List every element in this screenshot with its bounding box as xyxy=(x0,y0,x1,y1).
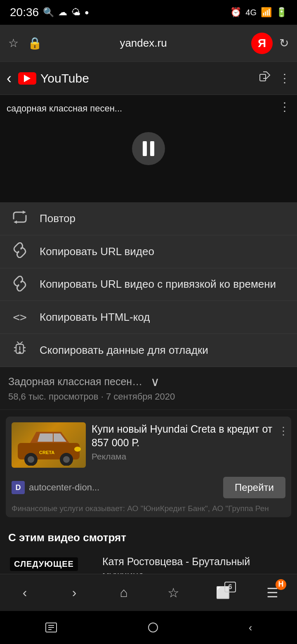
status-left: 20:36 🔍 ☁ 🌤 ● xyxy=(10,6,89,19)
video-date-separator: · xyxy=(101,391,106,402)
ad-title: Купи новый Hyundai Creta в кредит от 857… xyxy=(92,422,285,449)
status-right-icons: ⏰ 4G 📶 🔋 xyxy=(230,7,287,18)
ad-thumbnail: CRETA xyxy=(12,422,86,468)
svg-rect-19 xyxy=(148,623,158,632)
video-title-text: Задорная классная песенка!!! Дурале... xyxy=(8,376,146,388)
video-meta: 58,6 тыс. просмотров · 7 сентября 2020 xyxy=(8,391,289,402)
svg-point-2 xyxy=(19,351,21,354)
ad-card-wrapper: CRETA Купи новый Hyundai Creta в кредит … xyxy=(0,417,297,517)
svg-rect-0 xyxy=(260,74,266,81)
bookmark-icon[interactable]: ☆ xyxy=(8,36,19,50)
4g-icon: 4G xyxy=(245,8,257,17)
menu-item-repeat[interactable]: Повтор xyxy=(0,202,297,235)
nav-forward-button[interactable]: › xyxy=(58,578,91,607)
menu-item-copy-html[interactable]: <> Копировать HTML-код xyxy=(0,301,297,334)
debug-icon xyxy=(12,341,28,360)
menu-item-copy-html-text: Копировать HTML-код xyxy=(40,310,150,324)
svg-point-10 xyxy=(28,456,34,463)
section-watch-with: С этим видео смотрят xyxy=(0,524,297,549)
recents-button[interactable] xyxy=(45,622,57,633)
tabs-count-badge: 6 xyxy=(224,582,236,592)
youtube-logo-area: YouTube xyxy=(18,71,252,85)
nav-back-button[interactable]: ‹ xyxy=(8,578,41,607)
youtube-nav-bar: ‹ YouTube ⋮ xyxy=(0,62,297,95)
ad-go-button[interactable]: Перейти xyxy=(223,477,285,498)
share-icon[interactable] xyxy=(259,71,271,85)
context-menu: Повтор Копировать URL видео Копировать U… xyxy=(0,202,297,367)
cloud-icon: ☁ xyxy=(58,7,67,18)
video-area: садорная классная песен... ⋮ xyxy=(0,95,297,202)
menu-item-copy-url-time-text: Копировать URL видео с привязкой ко врем… xyxy=(40,277,276,291)
bottom-browser-nav: ‹ › ⌂ ☆ ⬜ 6 ☰ H xyxy=(0,574,297,611)
ad-disclaimer: Финансовые услуги оказывает: АО "ЮниКред… xyxy=(6,502,291,517)
link-icon xyxy=(12,242,28,261)
video-date: 7 сентября 2020 xyxy=(106,391,175,402)
status-bar: 20:36 🔍 ☁ 🌤 ● ⏰ 4G 📶 🔋 xyxy=(0,0,297,25)
next-badge: СЛЕДУЮЩЕЕ xyxy=(10,557,78,571)
menu-item-repeat-text: Повтор xyxy=(40,212,75,226)
dot-icon: ● xyxy=(85,8,89,17)
signal-icon: 📶 xyxy=(261,7,272,18)
menu-item-copy-url[interactable]: Копировать URL видео xyxy=(0,235,297,268)
link-time-icon xyxy=(12,274,28,295)
browser-left-icons: ☆ 🔒 xyxy=(8,36,42,50)
menu-item-debug[interactable]: Скопировать данные для отладки xyxy=(0,334,297,367)
system-nav-bar: ‹ xyxy=(0,611,297,644)
ad-source: D autocenter-dion... xyxy=(12,481,99,494)
alarm-icon: ⏰ xyxy=(230,7,241,18)
home-button[interactable] xyxy=(147,621,159,634)
menu-item-copy-url-text: Копировать URL видео xyxy=(40,245,154,259)
ad-source-name: autocenter-dion... xyxy=(29,482,99,493)
menu-item-debug-text: Скопировать данные для отладки xyxy=(40,343,208,358)
nav-bookmark-button[interactable]: ☆ xyxy=(157,578,190,607)
menu-item-copy-url-time[interactable]: Копировать URL видео с привязкой ко врем… xyxy=(0,268,297,301)
more-icon[interactable]: ⋮ xyxy=(279,71,290,85)
code-icon: <> xyxy=(12,310,28,324)
chevron-down-icon[interactable]: ∨ xyxy=(151,374,289,389)
video-title-top: садорная классная песен... xyxy=(7,103,272,114)
repeat-icon xyxy=(12,211,28,227)
svg-point-12 xyxy=(63,456,70,463)
video-views: 58,6 тыс. просмотров xyxy=(8,391,99,402)
weather-icon: 🌤 xyxy=(71,7,80,18)
pause-button[interactable] xyxy=(132,132,165,165)
reload-icon[interactable]: ↻ xyxy=(279,36,289,50)
youtube-title: YouTube xyxy=(40,71,89,85)
back-button[interactable]: ‹ xyxy=(7,70,12,87)
browser-url-bar: ☆ 🔒 yandex.ru Я ↻ xyxy=(0,25,297,62)
youtube-icon xyxy=(18,72,36,85)
browser-url-text[interactable]: yandex.ru xyxy=(42,37,245,50)
battery-icon: 🔋 xyxy=(276,7,287,18)
video-info-section: Задорная классная песенка!!! Дурале... ∨… xyxy=(0,367,297,410)
nav-right-icons: ⋮ xyxy=(259,71,290,85)
ad-footer: D autocenter-dion... Перейти xyxy=(6,474,291,502)
nav-home-button[interactable]: ⌂ xyxy=(107,578,140,607)
ad-card-inner: CRETA Купи новый Hyundai Creta в кредит … xyxy=(6,417,291,474)
svg-point-13 xyxy=(74,447,81,452)
ad-card: CRETA Купи новый Hyundai Creta в кредит … xyxy=(6,417,291,517)
car-image: CRETA xyxy=(14,424,84,466)
system-back-button[interactable]: ‹ xyxy=(249,621,252,634)
nav-tabs-button[interactable]: ⬜ 6 xyxy=(206,578,239,607)
ad-content: Купи новый Hyundai Creta в кредит от 857… xyxy=(92,422,285,462)
lock-icon: 🔒 xyxy=(28,36,42,50)
yandex-logo[interactable]: Я xyxy=(251,33,273,54)
nav-menu-button[interactable]: ☰ H xyxy=(256,578,289,607)
search-icon: 🔍 xyxy=(43,7,54,18)
ad-more-icon[interactable]: ⋮ xyxy=(278,425,289,438)
svg-text:CRETA: CRETA xyxy=(39,450,54,455)
ad-source-logo: D xyxy=(12,481,25,494)
video-more-button[interactable]: ⋮ xyxy=(279,100,290,114)
youtube-play-triangle xyxy=(24,75,31,82)
status-time: 20:36 xyxy=(10,6,39,19)
menu-notification-badge: H xyxy=(276,579,286,590)
video-main-title: Задорная классная песенка!!! Дурале... ∨ xyxy=(8,374,289,389)
ad-label: Реклама xyxy=(92,452,285,462)
